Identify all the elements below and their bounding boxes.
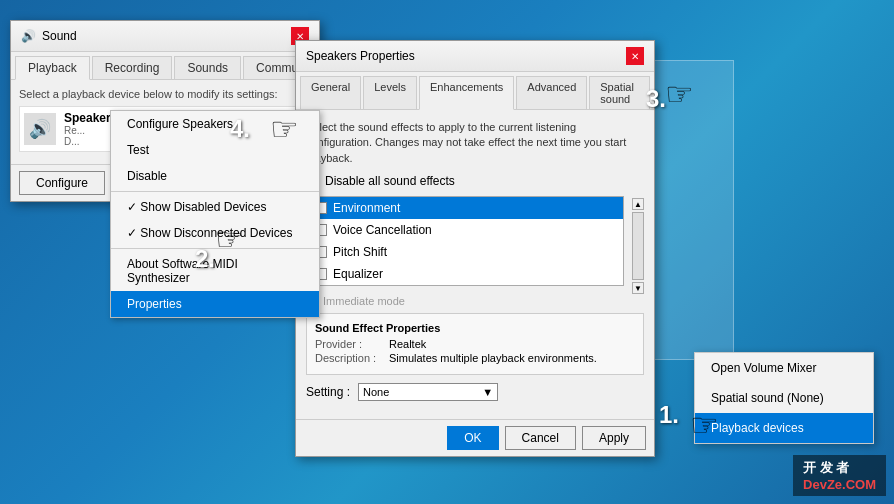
- sound-effect-props-title: Sound Effect Properties: [315, 322, 635, 334]
- speakers-device-icon: 🔊: [24, 113, 56, 145]
- speakers-dialog-footer: OK Cancel Apply: [296, 419, 654, 456]
- sp-tab-advanced[interactable]: Advanced: [516, 76, 587, 109]
- provider-value: Realtek: [389, 338, 426, 350]
- sound-dialog-tabs: Playback Recording Sounds Communications: [11, 52, 319, 80]
- sound-effect-properties: Sound Effect Properties Provider : Realt…: [306, 313, 644, 375]
- setting-dropdown[interactable]: None ▼: [358, 383, 498, 401]
- scroll-up-button[interactable]: ▲: [632, 198, 644, 210]
- effects-list[interactable]: Environment Voice Cancellation Pitch Shi…: [306, 196, 624, 286]
- context-item-disable[interactable]: Disable: [111, 163, 319, 189]
- step-1-label: 1.: [659, 401, 679, 429]
- speakers-dialog-titlebar: Speakers Properties ✕: [296, 41, 654, 72]
- context-item-test[interactable]: Test: [111, 137, 319, 163]
- sound-icon: 🔊: [21, 29, 36, 43]
- immediate-mode-row: Immediate mode: [306, 294, 644, 307]
- effect-label-environment: Environment: [333, 201, 400, 215]
- speakers-dialog-tabs: General Levels Enhancements Advanced Spa…: [296, 72, 654, 110]
- setting-label: Setting :: [306, 385, 350, 399]
- effect-label-voice: Voice Cancellation: [333, 223, 432, 237]
- tab-playback[interactable]: Playback: [15, 56, 90, 80]
- sp-tab-general[interactable]: General: [300, 76, 361, 109]
- description-value: Simulates multiple playback environments…: [389, 352, 597, 364]
- context-item-configure[interactable]: Configure Speakers: [111, 111, 319, 137]
- speakers-cancel-button[interactable]: Cancel: [505, 426, 576, 450]
- disable-all-row: Disable all sound effects: [306, 174, 644, 188]
- step-2-label: 2.: [195, 245, 215, 273]
- taskbar-open-volume-mixer[interactable]: Open Volume Mixer: [695, 353, 873, 383]
- description-row: Description : Simulates multiple playbac…: [315, 352, 635, 364]
- context-item-show-disabled[interactable]: Show Disabled Devices: [111, 194, 319, 220]
- context-divider-1: [111, 191, 319, 192]
- sound-dialog-titlebar: 🔊 Sound ✕: [11, 21, 319, 52]
- speakers-apply-button[interactable]: Apply: [582, 426, 646, 450]
- taskbar-spatial-sound[interactable]: Spatial sound (None): [695, 383, 873, 413]
- speakers-ok-button[interactable]: OK: [447, 426, 498, 450]
- speakers-dialog-close-button[interactable]: ✕: [626, 47, 644, 65]
- step-4-label: 4.: [230, 115, 250, 143]
- provider-row: Provider : Realtek: [315, 338, 635, 350]
- configure-button[interactable]: Configure: [19, 171, 105, 195]
- sp-tab-spatial-sound[interactable]: Spatial sound: [589, 76, 650, 109]
- speakers-dialog-title: Speakers Properties: [306, 49, 415, 63]
- effect-item-equalizer[interactable]: Equalizer: [307, 263, 623, 285]
- sp-tab-enhancements[interactable]: Enhancements: [419, 76, 514, 110]
- watermark-text1: 开 发 者: [803, 460, 849, 475]
- context-menu: Configure Speakers Test Disable Show Dis…: [110, 110, 320, 318]
- sound-dialog-title-left: 🔊 Sound: [21, 29, 77, 43]
- setting-dropdown-arrow: ▼: [482, 386, 493, 398]
- effect-item-environment[interactable]: Environment: [307, 197, 623, 219]
- setting-value: None: [363, 386, 389, 398]
- effect-label-pitch: Pitch Shift: [333, 245, 387, 259]
- sound-dialog-title: Sound: [42, 29, 77, 43]
- provider-label: Provider :: [315, 338, 385, 350]
- effect-label-equalizer: Equalizer: [333, 267, 383, 281]
- taskbar-context-menu: Open Volume Mixer Spatial sound (None) P…: [694, 352, 874, 444]
- sound-dialog-subtitle: Select a playback device below to modify…: [19, 88, 311, 100]
- context-item-properties[interactable]: Properties: [111, 291, 319, 317]
- watermark-text2: DevZe.COM: [803, 477, 876, 492]
- setting-row: Setting : None ▼: [306, 383, 644, 401]
- speakers-dialog-content: Select the sound effects to apply to the…: [296, 110, 654, 419]
- scroll-down-button[interactable]: ▼: [632, 282, 644, 294]
- context-item-show-disconnected[interactable]: Show Disconnected Devices: [111, 220, 319, 246]
- speakers-desc: Select the sound effects to apply to the…: [306, 120, 644, 166]
- taskbar-playback-devices[interactable]: Playback devices: [695, 413, 873, 443]
- tab-recording[interactable]: Recording: [92, 56, 173, 79]
- tab-sounds[interactable]: Sounds: [174, 56, 241, 79]
- speakers-dialog: Speakers Properties ✕ General Levels Enh…: [295, 40, 655, 457]
- effect-item-voice-cancellation[interactable]: Voice Cancellation: [307, 219, 623, 241]
- disable-all-label: Disable all sound effects: [325, 174, 455, 188]
- step-3-label: 3.: [646, 85, 666, 113]
- watermark: 开 发 者 DevZe.COM: [793, 455, 886, 496]
- immediate-mode-label: Immediate mode: [323, 295, 405, 307]
- description-label: Description :: [315, 352, 385, 364]
- effect-item-pitch-shift[interactable]: Pitch Shift: [307, 241, 623, 263]
- sp-tab-levels[interactable]: Levels: [363, 76, 417, 109]
